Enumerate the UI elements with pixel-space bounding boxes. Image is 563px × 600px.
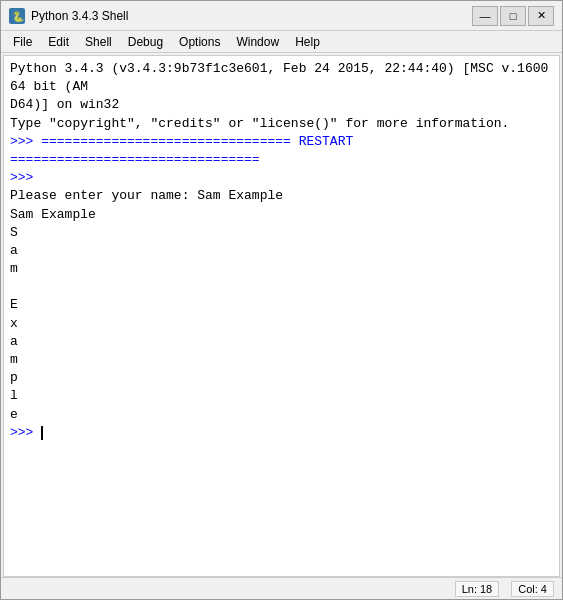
shell-content[interactable]: Python 3.4.3 (v3.4.3:9b73f1c3e601, Feb 2… [3,55,560,577]
minimize-button[interactable]: — [472,6,498,26]
title-controls: — □ ✕ [472,6,554,26]
maximize-button[interactable]: □ [500,6,526,26]
shell-area: Python 3.4.3 (v3.4.3:9b73f1c3e601, Feb 2… [1,53,562,577]
menu-options[interactable]: Options [171,31,228,52]
window-title: Python 3.4.3 Shell [31,9,128,23]
menu-bar: File Edit Shell Debug Options Window Hel… [1,31,562,53]
output-line1: Python 3.4.3 (v3.4.3:9b73f1c3e601, Feb 2… [10,61,556,131]
menu-file[interactable]: File [5,31,40,52]
output-prompt2: >>> [10,425,41,440]
close-button[interactable]: ✕ [528,6,554,26]
output-restart: >>> ================================ RES… [10,134,361,185]
menu-help[interactable]: Help [287,31,328,52]
title-bar: 🐍 Python 3.4.3 Shell — □ ✕ [1,1,562,31]
menu-edit[interactable]: Edit [40,31,77,52]
status-bar: Ln: 18 Col: 4 [1,577,562,599]
menu-window[interactable]: Window [228,31,287,52]
menu-debug[interactable]: Debug [120,31,171,52]
cursor [41,426,43,440]
output-prompt1: Please enter your name: Sam Example Sam … [10,188,283,421]
title-bar-left: 🐍 Python 3.4.3 Shell [9,8,128,24]
status-col: Col: 4 [511,581,554,597]
svg-text:🐍: 🐍 [12,10,25,23]
python-icon: 🐍 [9,8,25,24]
menu-shell[interactable]: Shell [77,31,120,52]
status-line: Ln: 18 [455,581,500,597]
main-window: 🐍 Python 3.4.3 Shell — □ ✕ File Edit She… [0,0,563,600]
shell-output: Python 3.4.3 (v3.4.3:9b73f1c3e601, Feb 2… [10,60,553,442]
